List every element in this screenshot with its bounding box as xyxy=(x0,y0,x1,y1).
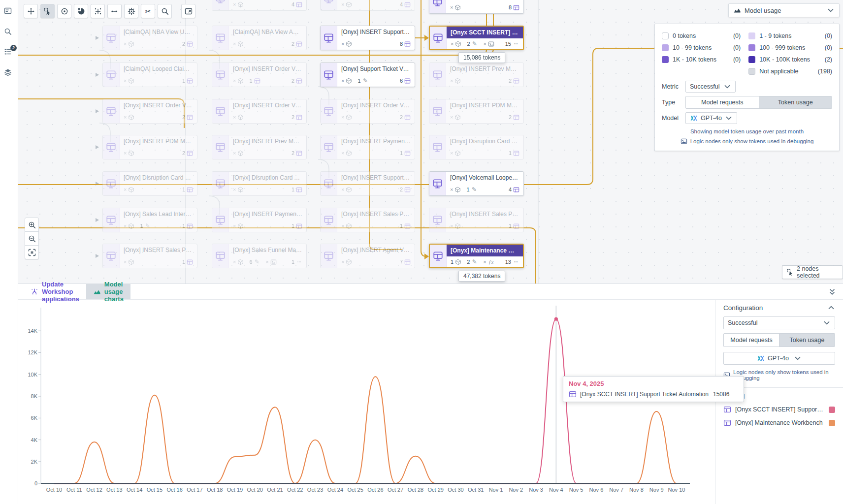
legend-item[interactable]: [Onyx SCCT INSERT] Support Ticket A... xyxy=(723,406,835,413)
tab-update-workshop-applications[interactable]: Update Workshop applications xyxy=(24,284,86,299)
chart-type-option-model-requests[interactable]: Model requests xyxy=(724,334,779,346)
model-usage-select[interactable]: Model usage xyxy=(728,3,840,17)
node-badge: 2 xyxy=(182,41,193,47)
selection-status-button[interactable]: 2 nodes selected xyxy=(782,265,843,279)
toolbar-panel-button[interactable] xyxy=(181,4,195,18)
node[interactable]: [Onyx] INSERT Sales Prospect ... ×1 xyxy=(102,244,197,268)
node[interactable]: [Onyx] Maintenance Workben... 12✎×ƒx13··… xyxy=(429,244,524,268)
chart-model-select[interactable]: GPT-4o xyxy=(723,352,835,365)
node[interactable]: [Onyx] INSERT Prev Maintena... ×2 xyxy=(429,63,524,87)
token-bucket[interactable]: 1 - 9 tokens (0) xyxy=(748,30,832,42)
tab-model-usage-charts[interactable]: Model usage charts xyxy=(86,284,130,299)
x-tick-label: Nov 4 xyxy=(549,487,563,493)
table-icon xyxy=(404,78,411,84)
graph-canvas[interactable]: [ClaimQA] NBA View USER AC... ×2 [ClaimQ… xyxy=(18,0,843,284)
toolbar-gear-button[interactable] xyxy=(124,4,138,18)
node[interactable]: [ClaimQA] NBA View AUTOMA... ×2 xyxy=(212,26,307,50)
node[interactable]: [Onyx] INSERT Order View - U... ×2 xyxy=(212,99,307,124)
workshop-module-icon xyxy=(212,172,229,195)
node[interactable]: [Onyx] INSERT Sales Prospect ... ×1 xyxy=(429,208,524,232)
chart-type-option-token-usage[interactable]: Token usage xyxy=(779,334,835,346)
legend-item[interactable]: [Onyx] Maintenance Workbench xyxy=(723,419,835,427)
node[interactable]: [Onyx] INSERT Payment Revie... ×1 xyxy=(212,208,307,232)
node-badge: 7 xyxy=(400,259,411,265)
monitor-icon xyxy=(324,215,334,225)
node[interactable]: [Onyx] Disruption Card PROCE... ×1 xyxy=(429,135,524,159)
x-tick-label: Oct 28 xyxy=(408,487,423,493)
toolbar-scissors-button[interactable]: ✂ xyxy=(141,4,155,18)
zoom-fit-icon xyxy=(28,249,36,256)
node[interactable]: [Onyx] INSERT Order View - U... ×12 xyxy=(212,63,307,87)
chevron-up-icon[interactable] xyxy=(827,304,835,312)
sidebar-item-steps[interactable]: 2 xyxy=(4,48,14,58)
token-bucket[interactable]: 10K - 100K tokens (2) xyxy=(748,54,832,65)
node[interactable]: [Onyx] INSERT Payment View ×1 xyxy=(320,135,415,159)
node[interactable]: ×8 xyxy=(429,0,524,14)
node[interactable]: [Onyx] Support Ticket Vehicle ... ×1✎6 xyxy=(320,63,415,87)
node[interactable]: ×4 xyxy=(320,0,415,11)
node[interactable]: [Onyx] INSERT Sales Prospect ... ×1 xyxy=(320,208,415,232)
node[interactable]: [Onyx] INSERT PDM Maintena... ×2 xyxy=(102,135,197,159)
token-bucket[interactable]: Not applicable (198) xyxy=(748,65,832,77)
token-bucket[interactable]: 0 tokens (0) xyxy=(662,30,741,42)
node[interactable]: [Onyx] Disruption Card AUTO... ×1 xyxy=(212,171,307,196)
token-bucket[interactable]: 10 - 99 tokens (0) xyxy=(662,42,741,54)
model-select[interactable]: GPT-4o xyxy=(685,112,737,124)
node-badge: × xyxy=(341,150,352,157)
node[interactable]: [Onyx] INSERT PDM Maintena... ×2 xyxy=(429,99,524,124)
node[interactable]: [Onyx] INSERT Order View - P... ×2 xyxy=(102,99,197,124)
node[interactable]: [Onyx] Sales Funnel Manager ×6✎×1··· xyxy=(212,244,307,268)
token-bucket[interactable]: 100 - 999 tokens (0) xyxy=(748,42,832,54)
type-option-model-requests[interactable]: Model requests xyxy=(686,96,759,108)
node[interactable]: [Onyx] Disruption Card USER ... ×1 xyxy=(102,171,197,196)
node[interactable]: [ClaimQA] NBA View USER AC... ×2 xyxy=(102,26,197,50)
node[interactable]: [Onyx] INSERT Order View - A... ×2 xyxy=(320,99,415,124)
table-icon xyxy=(296,150,302,157)
sidebar-item-search[interactable] xyxy=(4,28,14,37)
node-badge: 2✎ xyxy=(467,41,478,47)
collapse-panel-button[interactable] xyxy=(821,284,843,299)
monitor-icon xyxy=(432,142,443,153)
table-icon xyxy=(404,1,411,8)
node[interactable]: [Onyx] INSERT Agent View [W... ×7 xyxy=(320,244,415,268)
search-icon xyxy=(4,28,12,35)
sidebar-item-ontology[interactable] xyxy=(4,68,14,78)
node[interactable]: [Onyx SCCT INSERT] Support ... ×2✎×15··· xyxy=(429,26,524,50)
node-badge-row: ×2 xyxy=(446,75,523,87)
node-title: [Onyx SCCT INSERT] Support ... xyxy=(447,27,523,38)
toolbar-flow-button[interactable] xyxy=(107,4,122,18)
workshop-module-icon xyxy=(429,0,446,13)
sidebar-item-notes[interactable] xyxy=(4,7,14,17)
node[interactable]: [Onyx] Voicemail Looped Obje... ×1✎4 xyxy=(429,171,524,196)
zoom-in-button[interactable] xyxy=(25,218,39,232)
metric-select[interactable]: Successful xyxy=(685,81,736,93)
chart-tooltip-date: Nov 4, 2025 xyxy=(569,380,738,387)
node[interactable]: [Onyx] INSERT Prev Maintena... ×2 xyxy=(212,135,307,159)
toolbar-target-button[interactable] xyxy=(57,4,71,18)
chart-metric-select[interactable]: Successful xyxy=(723,316,835,329)
gpt-4o-logo-icon xyxy=(690,114,698,122)
toolbar-move-button[interactable] xyxy=(24,4,38,18)
node[interactable]: [Onyx] INSERT Support Ticket ... ×8 xyxy=(320,26,415,50)
pencil-icon: ✎ xyxy=(362,78,369,84)
x-tick-label: Nov 10 xyxy=(668,487,685,493)
select-cursor-icon xyxy=(787,269,794,276)
node[interactable]: [Onyx] Sales Lead Interaction ... ×1✎1 xyxy=(102,208,197,232)
canvas-toolbar: ✂ xyxy=(24,4,195,18)
node[interactable]: [ClaimQA] Looped Claim View ×1 xyxy=(102,63,197,87)
bucket-label: 1 - 9 tokens xyxy=(759,32,791,39)
node[interactable]: [Onyx] INSERT Support Ticket ... ×2 xyxy=(320,171,415,196)
workshop-module-icon xyxy=(103,172,120,195)
monitor-icon xyxy=(215,251,226,261)
node-badge: × xyxy=(341,259,352,265)
toolbar-pie-button[interactable] xyxy=(74,4,88,18)
node[interactable]: ×4 xyxy=(212,0,307,11)
toolbar-search-button[interactable] xyxy=(158,4,172,18)
token-bucket[interactable]: 1K - 10K tokens (0) xyxy=(662,54,741,65)
type-option-token-usage[interactable]: Token usage xyxy=(759,96,832,108)
zoom-fit-button[interactable] xyxy=(25,245,39,259)
panel-icon xyxy=(185,7,193,15)
toolbar-select-button[interactable] xyxy=(40,4,55,18)
zoom-out-button[interactable] xyxy=(25,231,39,246)
toolbar-handles-button[interactable] xyxy=(91,4,105,18)
